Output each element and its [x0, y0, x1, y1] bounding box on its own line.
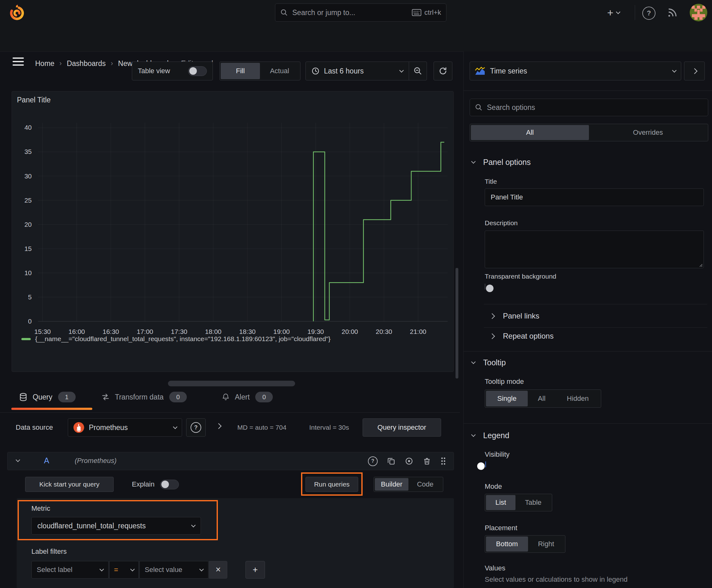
tab-alert-count: 0 [255, 392, 273, 402]
duplicate-query-icon[interactable] [387, 457, 395, 465]
datasource-picker[interactable]: Prometheus [68, 418, 182, 437]
chevron-down-icon [471, 159, 476, 164]
tab-transform-count: 0 [169, 392, 187, 402]
transparent-background-toggle[interactable] [485, 284, 486, 290]
tooltip-section-header[interactable]: Tooltip [472, 358, 506, 367]
tab-all[interactable]: All [471, 125, 589, 140]
builder-option[interactable]: Builder [375, 478, 408, 491]
time-range-picker[interactable]: Last 6 hours [306, 62, 409, 80]
search-shortcut: ctrl+k [425, 8, 441, 17]
explain-control: Explain [132, 477, 179, 492]
chevron-down-icon [471, 360, 476, 364]
hide-query-eye-icon[interactable] [405, 457, 413, 465]
chevron-down-icon [616, 9, 620, 14]
legend-section-header[interactable]: Legend [472, 431, 509, 440]
tooltip-mode-hidden[interactable]: Hidden [556, 391, 600, 406]
visibility-toggle[interactable] [486, 461, 486, 467]
legend-mode-list[interactable]: List [486, 495, 516, 510]
breadcrumb-separator: › [111, 59, 113, 67]
svg-text:20:00: 20:00 [342, 328, 358, 335]
placement-label: Placement [485, 524, 517, 532]
time-series-chart[interactable]: 051015202530354015:3016:0016:3017:0017:3… [12, 91, 453, 372]
zoom-out-button[interactable] [409, 62, 427, 80]
query-options-expand[interactable] [217, 424, 221, 428]
fill-option[interactable]: Fill [221, 63, 260, 79]
query-help-icon[interactable]: ? [368, 456, 377, 466]
grafana-logo-icon[interactable] [9, 3, 25, 22]
breadcrumb-home[interactable]: Home [35, 59, 54, 68]
menu-toggle-button[interactable] [13, 58, 24, 66]
breadcrumb-bar: Home › Dashboards › New dashboard › Edit… [0, 25, 712, 52]
drag-handle-grip-icon[interactable] [440, 457, 446, 465]
tooltip-mode-single[interactable]: Single [486, 391, 528, 406]
query-row-header[interactable]: A (Prometheus) ? [7, 452, 454, 470]
description-textarea[interactable] [485, 231, 704, 268]
toggle-viz-picker-button[interactable] [684, 62, 705, 80]
label-filter-name-select[interactable]: Select label [31, 561, 109, 579]
title-label: Title [485, 178, 497, 185]
svg-text:5: 5 [28, 293, 32, 300]
bell-icon [222, 393, 230, 401]
top-nav-bar: Search or jump to... ctrl+k + ? [0, 0, 712, 25]
tooltip-mode-label: Tooltip mode [485, 378, 524, 386]
news-rss-button[interactable] [667, 7, 678, 18]
fill-actual-segmented: Fill Actual [219, 62, 300, 80]
legend-series-name[interactable]: {__name__="cloudflared_tunnel_total_requ… [35, 335, 330, 343]
remove-label-filter-button[interactable]: ✕ [209, 561, 227, 579]
explain-toggle[interactable] [160, 480, 179, 489]
actual-option[interactable]: Actual [260, 63, 299, 79]
query-options-interval[interactable]: Interval = 30s [309, 418, 349, 437]
chevron-down-icon [399, 68, 404, 72]
tab-overrides[interactable]: Overrides [589, 125, 707, 140]
sidebar-section-divider [464, 423, 712, 424]
help-button[interactable]: ? [642, 6, 655, 20]
values-hint: Select values or calculations to show in… [485, 575, 628, 584]
datasource-help-button[interactable]: ? [186, 418, 206, 437]
svg-text:20:30: 20:30 [376, 328, 392, 335]
builder-code-segmented: Builder Code [373, 477, 443, 492]
tab-transform-label: Transform data [115, 393, 164, 401]
svg-text:20: 20 [24, 221, 32, 228]
refresh-button[interactable] [434, 62, 452, 80]
tab-transform[interactable]: Transform data 0 [101, 387, 187, 407]
panel-links-section-header[interactable]: Panel links [490, 312, 539, 320]
add-label-filter-button[interactable]: + [245, 561, 265, 579]
panel-title-input[interactable] [485, 188, 704, 206]
svg-text:17:30: 17:30 [171, 328, 188, 335]
placement-right[interactable]: Right [528, 537, 564, 551]
chart-legend[interactable]: {__name__="cloudflared_tunnel_total_requ… [21, 335, 330, 343]
tooltip-mode-all[interactable]: All [528, 391, 555, 406]
global-search[interactable]: Search or jump to... ctrl+k [275, 3, 447, 22]
delete-query-trash-icon[interactable] [423, 457, 431, 465]
tab-alert[interactable]: Alert 0 [222, 387, 273, 407]
repeat-options-section-header[interactable]: Repeat options [490, 332, 554, 340]
code-option[interactable]: Code [408, 478, 442, 491]
main-scrollbar-thumb[interactable] [455, 268, 458, 378]
add-menu-button[interactable]: + [607, 6, 620, 19]
table-view-toggle[interactable] [188, 66, 207, 76]
question-circle-icon: ? [191, 422, 201, 433]
visibility-label: Visibility [485, 450, 510, 459]
breadcrumb-dashboards[interactable]: Dashboards [67, 59, 106, 68]
placement-bottom[interactable]: Bottom [486, 537, 528, 551]
chevron-down-icon[interactable] [16, 458, 20, 462]
user-avatar[interactable] [689, 3, 708, 22]
query-inspector-button[interactable]: Query inspector [363, 418, 441, 437]
query-options-md[interactable]: MD = auto = 704 [237, 418, 286, 437]
tab-query[interactable]: Query 1 [19, 387, 75, 407]
label-filter-value-select[interactable]: Select value [139, 561, 209, 579]
transform-icon [101, 393, 110, 401]
visualization-picker[interactable]: Time series [470, 62, 681, 80]
sidebar-inset-divider [484, 304, 707, 304]
sidebar-inset-divider [484, 327, 707, 328]
tabs-divider [0, 413, 460, 413]
search-options-box[interactable]: Search options [470, 99, 708, 116]
label-filter-operator-select[interactable]: = [109, 561, 139, 579]
query-ref-id[interactable]: A [44, 456, 49, 465]
svg-text:10: 10 [24, 269, 32, 276]
panel-resize-handle[interactable] [168, 381, 295, 386]
legend-mode-table[interactable]: Table [516, 495, 551, 510]
kick-start-query-button[interactable]: Kick start your query [25, 477, 114, 492]
panel-options-section-header[interactable]: Panel options [472, 158, 531, 167]
select-label-placeholder: Select label [37, 566, 100, 574]
